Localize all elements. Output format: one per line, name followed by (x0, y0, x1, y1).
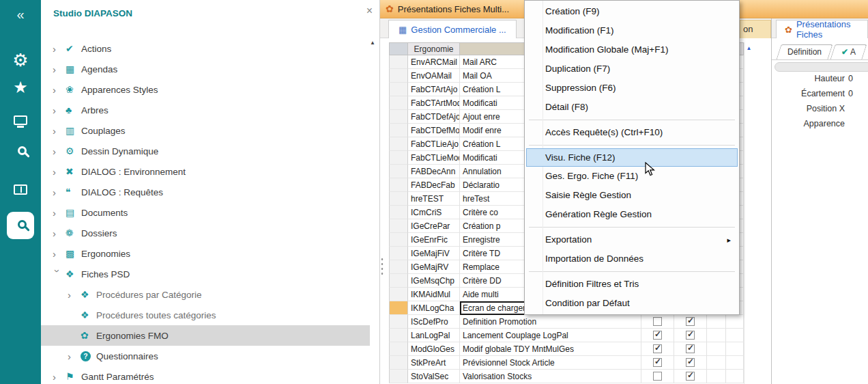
ergonomie-cell[interactable]: IGeMajRV (408, 260, 460, 274)
checkbox-cell-2[interactable] (674, 342, 707, 356)
row-selector[interactable] (389, 329, 408, 342)
menu-item-modification-globale-maj-f1[interactable]: Modification Globale (Maj+F1) (525, 40, 739, 59)
row-selector[interactable] (389, 288, 408, 301)
designation-cell[interactable]: Definition Promotion (460, 315, 641, 329)
table-row[interactable]: StoValSec Valorisation Stocks (389, 370, 744, 383)
checkbox-cell-2[interactable] (674, 356, 707, 370)
ergonomie-cell[interactable]: ICmCriS (408, 206, 460, 219)
field-value-ecartement[interactable]: 0 (848, 89, 853, 98)
tree-item[interactable]: › ▥ Couplages (41, 120, 370, 141)
close-icon[interactable]: × (366, 6, 373, 16)
checkbox-cell-1[interactable] (641, 315, 674, 329)
tree-item[interactable]: › ❁ Dossiers (41, 223, 370, 243)
row-selector[interactable] (389, 69, 408, 83)
checkbox[interactable] (686, 344, 695, 353)
chevron-icon[interactable]: › (68, 289, 81, 301)
scrollbar-up-icon[interactable]: ▲ (744, 42, 753, 53)
row-selector[interactable] (389, 274, 408, 288)
scroll-up-icon[interactable]: ▲ (370, 40, 375, 46)
ergonomie-cell[interactable]: FabCTDefMod (408, 124, 460, 137)
menu-item-suppression-f6[interactable]: Suppression (F6) (525, 79, 739, 98)
tree-item[interactable]: › ❝ DIALOG : Requêtes (41, 182, 370, 202)
tree-item[interactable]: › ❖ Fiches PSD (41, 264, 370, 284)
ergonomie-cell[interactable]: LanLogPal (408, 329, 460, 342)
row-selector[interactable] (389, 301, 408, 315)
menu-item-duplication-f7[interactable]: Duplication (F7) (525, 59, 739, 79)
checkbox[interactable] (653, 372, 662, 381)
menu-item-d-tail-f8[interactable]: Détail (F8) (525, 98, 739, 117)
ergonomie-cell[interactable]: FabCTDefAjo (408, 110, 460, 124)
chevron-icon[interactable]: › (53, 43, 66, 55)
chevron-icon[interactable]: › (53, 125, 66, 137)
row-selector[interactable] (389, 247, 408, 260)
ergonomie-cell[interactable]: StoValSec (408, 370, 460, 383)
menu-item-exportation[interactable]: Exportation▸ (525, 230, 739, 249)
chevron-icon[interactable]: › (53, 84, 66, 96)
tree-item[interactable]: ✿ Ergonomies FMO (41, 325, 370, 346)
tree-item[interactable]: › ▤ Documents (41, 202, 370, 223)
ergonomie-cell[interactable]: FabCTLieAjo (408, 137, 460, 151)
tree-item[interactable]: › ❀ Apparences Styles (41, 79, 370, 100)
ergonomie-cell[interactable]: FabCTArtAjo (408, 83, 460, 96)
row-selector[interactable] (389, 165, 408, 178)
ergonomie-cell[interactable]: IGeEnrFic (408, 233, 460, 247)
chevron-icon[interactable]: › (52, 269, 63, 282)
checkbox-cell-2[interactable] (674, 370, 707, 383)
row-selector[interactable] (389, 219, 408, 233)
checkbox-cell-2[interactable] (674, 329, 707, 342)
table-row[interactable]: LanLogPal Lancement Couplage LogPal (389, 329, 744, 342)
chevron-icon[interactable]: › (53, 248, 66, 260)
search-icon[interactable] (7, 138, 34, 165)
chevron-icon[interactable]: › (53, 105, 66, 116)
ergonomie-cell[interactable]: IKMAidMul (408, 288, 460, 301)
checkbox-cell-1[interactable] (641, 329, 674, 342)
tree-item[interactable]: › ✖ DIALOG : Environnement (41, 161, 370, 182)
ergonomie-cell[interactable]: IScDefPro (408, 315, 460, 329)
ergonomie-cell[interactable]: EnvOAMail (408, 69, 460, 83)
collapse-panel-button[interactable]: « (0, 7, 41, 23)
menu-item-condition-par-d-faut[interactable]: Condition par Défaut (525, 294, 739, 313)
row-selector[interactable] (389, 342, 408, 356)
chevron-icon[interactable]: › (53, 146, 66, 157)
designation-cell[interactable]: Modif globale TDY MntMulGes (460, 342, 641, 356)
tab-gestion-commerciale[interactable]: ▦ Gestion Commerciale ... (388, 20, 517, 38)
chevron-icon[interactable]: › (53, 371, 66, 383)
checkbox[interactable] (653, 344, 662, 353)
designation-cell[interactable]: Valorisation Stocks (460, 370, 641, 383)
row-selector[interactable] (389, 206, 408, 219)
designation-cell[interactable]: Prévisionnel Stock Article (460, 356, 641, 370)
monitor-icon[interactable] (7, 107, 34, 134)
layout-icon[interactable] (7, 176, 34, 203)
panel-splitter-handle[interactable] (381, 257, 384, 277)
favorites-icon[interactable]: ★ (7, 74, 34, 101)
tab-a[interactable]: ✔A (830, 44, 867, 59)
row-selector[interactable] (389, 96, 408, 110)
checkbox[interactable] (653, 358, 662, 367)
ergonomie-cell[interactable]: FabCTArtMod (408, 96, 460, 110)
row-selector[interactable] (389, 151, 408, 165)
checkbox-cell-2[interactable] (674, 315, 707, 329)
ergonomie-cell[interactable]: FABDecAnn (408, 165, 460, 178)
checkbox[interactable] (686, 358, 695, 367)
menu-item-d-finition-filtres-et-tris[interactable]: Définition Filtres et Tris (525, 275, 739, 294)
checkbox-cell-1[interactable] (641, 356, 674, 370)
checkbox[interactable] (686, 317, 695, 326)
checkbox[interactable] (653, 317, 662, 326)
menu-item-acc-s-requ-te-s-ctrl-f10[interactable]: Accès Requête(s) (Ctrl+F10) (525, 123, 739, 142)
row-selector[interactable] (389, 356, 408, 370)
ergonomie-cell[interactable]: IGeCrePar (408, 219, 460, 233)
designation-cell[interactable]: Lancement Couplage LogPal (460, 329, 641, 342)
menu-item-cr-ation-f9[interactable]: Création (F9) (525, 2, 739, 21)
col-header-gutter[interactable] (389, 42, 408, 55)
tree-item[interactable]: › ⚑ Gantt Paramétrés (41, 366, 370, 384)
tab-presentations-fiches[interactable]: ✿ Présentations Fiches (776, 20, 868, 38)
ergonomie-cell[interactable]: FabCTLieMod (408, 151, 460, 165)
ergonomie-cell[interactable]: FABDecFab (408, 178, 460, 192)
chevron-icon[interactable]: › (53, 64, 66, 75)
ergonomie-cell[interactable]: IGeMajFiV (408, 247, 460, 260)
chevron-icon[interactable]: › (68, 351, 81, 362)
tree-item[interactable]: ❖ Procédures toutes catégories (41, 305, 370, 325)
row-selector[interactable] (389, 315, 408, 329)
menu-item-modification-f1[interactable]: Modification (F1) (525, 21, 739, 40)
table-scrollbar[interactable]: ▲ (744, 42, 753, 384)
